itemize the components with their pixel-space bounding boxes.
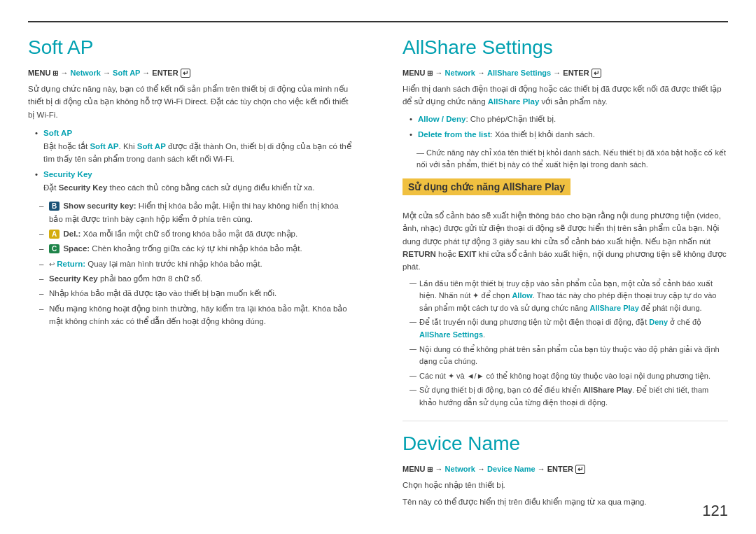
arrow3: → — [142, 69, 152, 77]
top-divider — [28, 21, 728, 22]
menu-prefix2: MENU — [402, 69, 427, 77]
allshare-note: — Chức năng này chỉ xóa tên thiết bị khỏ… — [402, 147, 728, 171]
device-name-menu-path: MENU ⊞ → Network → Device Name → ENTER ↵ — [402, 465, 728, 473]
dash-normal-op: Nếu mạng không hoạt động bình thường, hã… — [39, 302, 354, 328]
allshare-link: AllShare Settings — [487, 69, 551, 77]
main-columns: Soft AP MENU ⊞ → Network → Soft AP → ENT… — [28, 36, 728, 520]
enter-icon: ↵ — [181, 69, 190, 78]
bullet-allow-deny: Allow / Deny: Cho phép/Chặn thiết bị. — [410, 113, 728, 125]
softap-link: Soft AP — [113, 69, 140, 77]
device-name-line2: Tên này có thể được hiển thị trên điều k… — [402, 496, 728, 508]
bullet-softap: Soft AP Bật hoặc tắt Soft AP. Khi Soft A… — [35, 127, 354, 165]
dash-seckey-length: Security Key phải bao gồm hơn 8 chữ số. — [39, 272, 354, 285]
menu-icon: ⊞ — [52, 69, 58, 77]
device-name-title: Device Name — [402, 433, 728, 455]
enter-label2: ENTER — [563, 69, 591, 77]
menu-icon3: ⊞ — [427, 465, 433, 473]
allshare-dash-list: Lần đầu tiên một thiết bị truy cập vào s… — [402, 278, 728, 409]
soft-ap-bullet-list: Soft AP Bật hoặc tắt Soft AP. Khi Soft A… — [28, 127, 354, 194]
enter-icon3: ↵ — [575, 465, 585, 474]
device-name-link: Device Name — [487, 465, 536, 473]
allshare-play-highlight: Sử dụng chức năng AllShare Play — [402, 178, 570, 195]
page-number: 121 — [702, 502, 728, 520]
allshare-dash-1: Lần đầu tiên một thiết bị truy cập vào s… — [410, 278, 728, 315]
network-link3: Network — [445, 465, 475, 473]
dash-del: A Del.: Xóa mỗi lần một chữ số trong khó… — [39, 227, 354, 240]
allshare-dash-5: Sử dụng thiết bị di động, bạn có để điều… — [410, 384, 728, 409]
soft-ap-dash-list: B Show security key: Hiển thị khóa bảo m… — [28, 199, 354, 328]
dash-enter-key: Nhập khóa bảo mật đã được tạo vào thiết … — [39, 287, 354, 300]
allshare-dash-3: Nội dung có thể không phát trên sản phẩm… — [410, 344, 728, 368]
menu-icon2: ⊞ — [427, 69, 433, 77]
network-link: Network — [71, 69, 101, 77]
allshare-menu-path: MENU ⊞ → Network → AllShare Settings → E… — [402, 69, 728, 77]
soft-ap-intro: Sử dụng chức năng này, bạn có thể kết nố… — [28, 83, 354, 121]
enter-label: ENTER — [152, 69, 180, 77]
arrow-d3: → — [538, 465, 547, 473]
allshare-bullet-list: Allow / Deny: Cho phép/Chặn thiết bị. De… — [402, 113, 728, 141]
arrow-d1: → — [435, 465, 445, 473]
menu-prefix: MENU — [28, 69, 52, 77]
badge-b: B — [49, 202, 59, 211]
device-name-line1: Chọn hoặc nhập tên thiết bị. — [402, 479, 728, 491]
allshare-body: Một cửa sổ cảnh báo sẽ xuất hiện thông b… — [402, 209, 728, 274]
allshare-section: AllShare Settings MENU ⊞ → Network → All… — [402, 36, 728, 171]
allshare-dash-2: Để tắt truyền nội dung phương tiện từ mộ… — [410, 316, 728, 341]
allshare-dash-4: Các nút ✦ và ◄/► có thể không hoạt động … — [410, 370, 728, 383]
allshare-play-highlight-container: Sử dụng chức năng AllShare Play — [402, 178, 728, 202]
badge-c: C — [49, 244, 59, 253]
allow-deny-label: Allow / Deny — [418, 115, 465, 123]
dash-show-security: B Show security key: Hiển thị khóa bảo m… — [39, 199, 354, 225]
soft-ap-menu-path: MENU ⊞ → Network → Soft AP → ENTER ↵ — [28, 69, 354, 77]
allshare-title: AllShare Settings — [402, 36, 728, 59]
arrow-a2: → — [477, 69, 487, 77]
enter-icon2: ↵ — [592, 69, 601, 78]
dash-return: ↩ Return: Quay lại màn hình trước khi nh… — [39, 258, 354, 270]
arrow-d2: → — [477, 465, 487, 473]
badge-a: A — [49, 230, 59, 239]
bullet-seckey: Security Key Đặt Security Key theo cách … — [35, 168, 354, 194]
arrow2: → — [103, 69, 113, 77]
page-container: Soft AP MENU ⊞ → Network → Soft AP → ENT… — [0, 0, 756, 534]
soft-ap-title: Soft AP — [28, 36, 354, 59]
network-link2: Network — [445, 69, 475, 77]
allshare-intro: Hiển thị danh sách điện thoại di động ho… — [402, 83, 728, 108]
device-name-section: Device Name MENU ⊞ → Network → Device Na… — [402, 421, 728, 509]
arrow1: → — [61, 69, 71, 77]
bullet-delete-list: Delete from the list: Xóa thiết bị khỏi … — [410, 128, 728, 141]
enter-label3: ENTER — [547, 465, 575, 473]
dash-space: C Space: Chèn khoảng trống giữa các ký t… — [39, 242, 354, 255]
right-column: AllShare Settings MENU ⊞ → Network → All… — [396, 36, 728, 520]
return-icon: ↩ — [49, 260, 55, 268]
arrow-a3: → — [553, 69, 563, 77]
softap-label: Soft AP — [43, 129, 72, 137]
arrow-a1: → — [435, 69, 445, 77]
left-column: Soft AP MENU ⊞ → Network → Soft AP → ENT… — [28, 36, 368, 520]
delete-list-label: Delete from the list — [418, 130, 491, 139]
menu-prefix3: MENU — [402, 465, 427, 473]
seckey-label: Security Key — [43, 170, 92, 178]
